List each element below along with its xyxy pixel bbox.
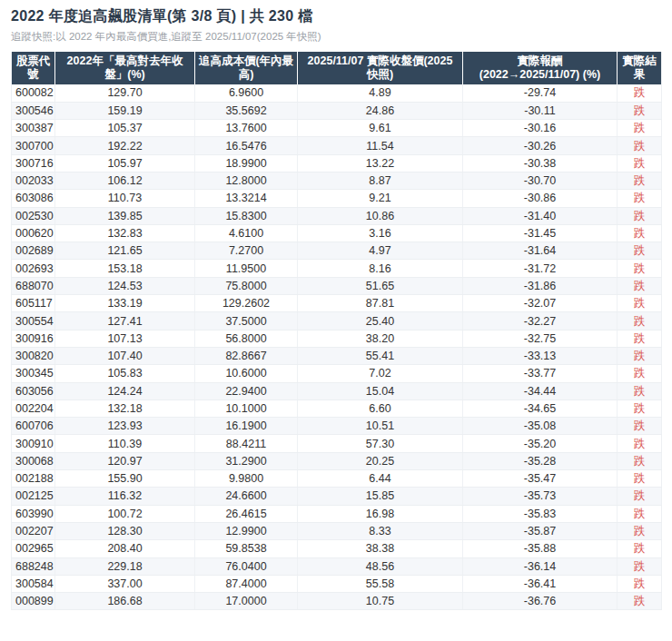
chase-cost-cell: 9.9800 bbox=[195, 470, 298, 488]
peak-vs-prev-close-cell: 192.22 bbox=[55, 137, 195, 154]
peak-vs-prev-close-cell: 155.90 bbox=[55, 470, 195, 488]
result-cell: 跌 bbox=[618, 382, 662, 399]
actual-return-cell: -32.27 bbox=[463, 312, 618, 330]
actual-close-cell: 4.97 bbox=[298, 242, 463, 260]
stock-code-cell: 300554 bbox=[12, 312, 55, 330]
actual-close-cell: 10.86 bbox=[298, 207, 463, 224]
peak-vs-prev-close-cell: 133.19 bbox=[55, 295, 195, 312]
result-cell: 跌 bbox=[618, 242, 662, 260]
table-row: 300716105.9718.990013.22-30.38跌 bbox=[12, 154, 662, 172]
result-cell: 跌 bbox=[618, 488, 662, 505]
chase-cost-cell: 88.4211 bbox=[195, 435, 298, 452]
table-row: 002188155.909.98006.44-35.47跌 bbox=[12, 470, 662, 488]
actual-return-cell: -31.64 bbox=[463, 242, 618, 260]
actual-return-cell: -31.40 bbox=[463, 207, 618, 224]
actual-return-cell: -35.73 bbox=[463, 488, 618, 505]
chase-cost-cell: 75.8000 bbox=[195, 277, 298, 294]
table-row: 300820107.4082.866755.41-33.13跌 bbox=[12, 347, 662, 364]
actual-return-cell: -30.26 bbox=[463, 137, 618, 154]
chase-cost-cell: 7.2700 bbox=[195, 242, 298, 260]
header-actual-result: 實際結 果 bbox=[618, 52, 662, 84]
peak-vs-prev-close-cell: 105.83 bbox=[55, 365, 195, 382]
actual-return-cell: -34.44 bbox=[463, 382, 618, 399]
peak-vs-prev-close-cell: 120.97 bbox=[55, 452, 195, 469]
result-cell: 跌 bbox=[618, 207, 662, 224]
stock-code-cell: 002693 bbox=[12, 260, 55, 277]
header-peak-vs-prev-close: 2022年「最高對去年收 盤」(%) bbox=[55, 52, 195, 84]
actual-close-cell: 8.33 bbox=[298, 522, 463, 539]
header-actual-close: 2025/11/07 實際收盤價(2025 快照) bbox=[298, 52, 463, 84]
chase-cost-cell: 31.2900 bbox=[195, 452, 298, 469]
stock-code-cell: 603056 bbox=[12, 382, 55, 399]
result-cell: 跌 bbox=[618, 435, 662, 452]
report-page: 2022 年度追高飆股清單(第 3/8 頁) | 共 230 檔 追蹤快照:以 … bbox=[0, 0, 672, 610]
result-cell: 跌 bbox=[618, 102, 662, 119]
chase-cost-cell: 4.6100 bbox=[195, 224, 298, 242]
actual-close-cell: 10.51 bbox=[298, 418, 463, 435]
result-cell: 跌 bbox=[618, 330, 662, 347]
actual-return-cell: -36.14 bbox=[463, 557, 618, 575]
table-header-row: 股票代 號 2022年「最高對去年收 盤」(%) 追高成本價(年內最 高) 20… bbox=[12, 52, 662, 84]
table-row: 002693153.1811.95008.16-31.72跌 bbox=[12, 260, 662, 277]
peak-vs-prev-close-cell: 153.18 bbox=[55, 260, 195, 277]
chase-cost-cell: 16.1900 bbox=[195, 418, 298, 435]
actual-return-cell: -30.86 bbox=[463, 190, 618, 207]
actual-close-cell: 55.41 bbox=[298, 347, 463, 364]
table-row: 300546159.1935.569224.86-30.11跌 bbox=[12, 102, 662, 119]
stock-code-cell: 603086 bbox=[12, 190, 55, 207]
stock-code-cell: 000899 bbox=[12, 593, 55, 610]
peak-vs-prev-close-cell: 105.37 bbox=[55, 120, 195, 137]
actual-close-cell: 57.30 bbox=[298, 435, 463, 452]
chase-cost-cell: 10.6000 bbox=[195, 365, 298, 382]
result-cell: 跌 bbox=[618, 418, 662, 435]
table-row: 300916107.1356.800038.20-32.75跌 bbox=[12, 330, 662, 347]
chase-cost-cell: 26.4615 bbox=[195, 505, 298, 522]
peak-vs-prev-close-cell: 100.72 bbox=[55, 505, 195, 522]
result-cell: 跌 bbox=[618, 277, 662, 294]
actual-return-cell: -33.77 bbox=[463, 365, 618, 382]
actual-return-cell: -34.65 bbox=[463, 399, 618, 417]
peak-vs-prev-close-cell: 128.30 bbox=[55, 522, 195, 539]
actual-close-cell: 24.86 bbox=[298, 102, 463, 119]
table-row: 300345105.8310.60007.02-33.77跌 bbox=[12, 365, 662, 382]
actual-close-cell: 13.22 bbox=[298, 154, 463, 172]
result-cell: 跌 bbox=[618, 154, 662, 172]
result-cell: 跌 bbox=[618, 557, 662, 575]
actual-return-cell: -31.45 bbox=[463, 224, 618, 242]
table-row: 000620132.834.61003.16-31.45跌 bbox=[12, 224, 662, 242]
stock-code-cell: 300387 bbox=[12, 120, 55, 137]
actual-return-cell: -35.20 bbox=[463, 435, 618, 452]
chase-cost-cell: 76.0400 bbox=[195, 557, 298, 575]
table-row: 000899186.6817.000010.75-36.76跌 bbox=[12, 593, 662, 610]
chase-cost-cell: 13.7600 bbox=[195, 120, 298, 137]
chase-cost-cell: 24.6600 bbox=[195, 488, 298, 505]
stock-code-cell: 300700 bbox=[12, 137, 55, 154]
chase-cost-cell: 11.9500 bbox=[195, 260, 298, 277]
stock-table-body: 600082129.706.96004.89-29.74跌300546159.1… bbox=[12, 84, 662, 610]
actual-close-cell: 87.81 bbox=[298, 295, 463, 312]
table-row: 002965208.4059.853838.38-35.88跌 bbox=[12, 540, 662, 557]
actual-return-cell: -36.76 bbox=[463, 593, 618, 610]
chase-cost-cell: 10.1000 bbox=[195, 399, 298, 417]
peak-vs-prev-close-cell: 106.12 bbox=[55, 172, 195, 189]
peak-vs-prev-close-cell: 110.73 bbox=[55, 190, 195, 207]
header-chase-cost: 追高成本價(年內最 高) bbox=[195, 52, 298, 84]
actual-return-cell: -35.08 bbox=[463, 418, 618, 435]
table-row: 605117133.19129.260287.81-32.07跌 bbox=[12, 295, 662, 312]
result-cell: 跌 bbox=[618, 575, 662, 592]
stock-code-cell: 605117 bbox=[12, 295, 55, 312]
stock-code-cell: 002188 bbox=[12, 470, 55, 488]
table-row: 688070124.5375.800051.65-31.86跌 bbox=[12, 277, 662, 294]
actual-close-cell: 38.20 bbox=[298, 330, 463, 347]
actual-return-cell: -29.74 bbox=[463, 84, 618, 102]
result-cell: 跌 bbox=[618, 399, 662, 417]
table-row: 002207128.3012.99008.33-35.87跌 bbox=[12, 522, 662, 539]
stock-code-cell: 600706 bbox=[12, 418, 55, 435]
chase-cost-cell: 12.9900 bbox=[195, 522, 298, 539]
result-cell: 跌 bbox=[618, 540, 662, 557]
result-cell: 跌 bbox=[618, 452, 662, 469]
actual-close-cell: 55.58 bbox=[298, 575, 463, 592]
stock-table: 股票代 號 2022年「最高對去年收 盤」(%) 追高成本價(年內最 高) 20… bbox=[11, 52, 662, 610]
actual-close-cell: 4.89 bbox=[298, 84, 463, 102]
page-title: 2022 年度追高飆股清單(第 3/8 頁) | 共 230 檔 bbox=[11, 7, 661, 25]
